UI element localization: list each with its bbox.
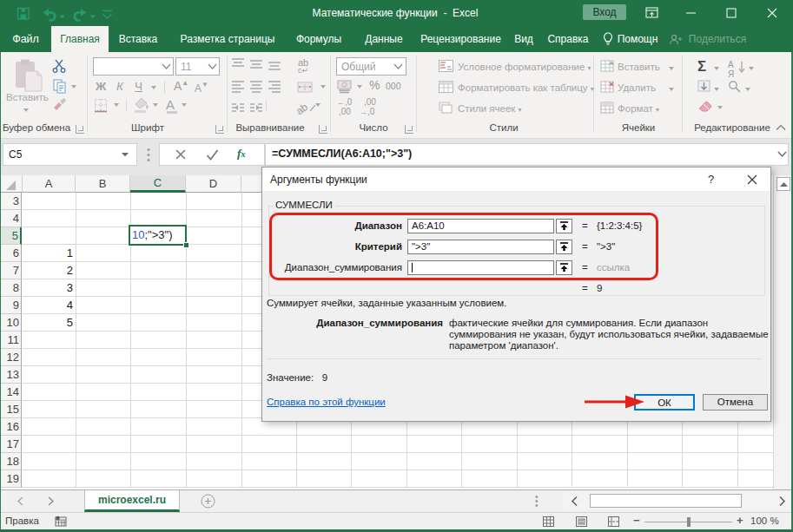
svg-text:c↵: c↵ [298, 66, 308, 75]
svg-text:ab: ab [294, 101, 310, 117]
